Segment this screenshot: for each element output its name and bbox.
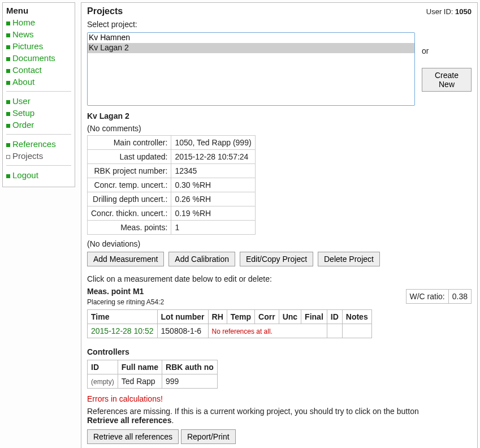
report-print-button[interactable]: Report/Print xyxy=(181,429,236,444)
errors-message: References are missing. If this is a cur… xyxy=(87,407,472,425)
bullet-icon xyxy=(6,81,10,85)
edit-copy-project-button[interactable]: Edit/Copy Project xyxy=(240,252,313,266)
meas-point-desc: Placering se ritning A54:2 xyxy=(87,298,164,306)
bullet-icon xyxy=(6,174,10,178)
sidebar-item-home[interactable]: Home xyxy=(6,18,71,27)
controllers-table: IDFull nameRBK auth no (empty) Ted Rapp … xyxy=(87,360,218,389)
ctrl-header-row: IDFull nameRBK auth no xyxy=(88,360,218,374)
no-references-text: No references at all. xyxy=(212,328,273,335)
sidebar-item-about[interactable]: About xyxy=(6,77,71,87)
table-row: 2015-12-28 10:52 150808-1-6 No reference… xyxy=(88,324,372,338)
meas-point-name: Meas. point M1 xyxy=(87,287,164,296)
ctrl-id: (empty) xyxy=(91,378,114,386)
delete-project-button[interactable]: Delete Project xyxy=(318,252,380,266)
bullet-icon xyxy=(6,143,10,147)
menu-group-d: Logout xyxy=(6,170,71,180)
sidebar-menu: Menu HomeNewsPicturesDocumentsContactAbo… xyxy=(2,2,75,187)
bullet-icon xyxy=(6,124,10,128)
sidebar-item-news[interactable]: News xyxy=(6,29,71,39)
sidebar-item-user[interactable]: User xyxy=(6,96,71,106)
sidebar-item-documents[interactable]: Documents xyxy=(6,53,71,63)
bullet-icon xyxy=(6,112,10,116)
add-measurement-button[interactable]: Add Measurement xyxy=(87,252,164,266)
errors-title: Errors in calculations! xyxy=(87,394,472,403)
menu-group-c: ReferencesProjects xyxy=(6,139,71,161)
create-new-button[interactable]: Create New xyxy=(422,68,472,92)
or-label: or xyxy=(422,46,429,55)
select-project-label: Select project: xyxy=(87,20,472,29)
sidebar-item-order[interactable]: Order xyxy=(6,120,71,130)
wc-ratio-value: 0.38 xyxy=(448,290,471,303)
bullet-icon xyxy=(6,57,10,61)
sidebar-item-projects[interactable]: Projects xyxy=(6,151,71,161)
bullet-icon xyxy=(6,100,10,104)
ctrl-name: Ted Rapp xyxy=(118,374,162,389)
ctrl-auth: 999 xyxy=(162,374,218,389)
no-comments: (No comments) xyxy=(87,124,472,133)
meas-time-link[interactable]: 2015-12-28 10:52 xyxy=(91,326,154,335)
meas-header-row: TimeLot numberRHTempCorrUncFinalIDNotes xyxy=(88,310,372,324)
wc-ratio-box: W/C ratio: 0.38 xyxy=(406,289,472,304)
meas-lot: 150808-1-6 xyxy=(157,324,208,338)
sidebar-item-references[interactable]: References xyxy=(6,139,71,149)
measurements-table: TimeLot numberRHTempCorrUncFinalIDNotes … xyxy=(87,309,372,338)
add-calibration-button[interactable]: Add Calibration xyxy=(168,252,235,266)
menu-group-b: UserSetupOrder xyxy=(6,96,71,130)
bullet-icon xyxy=(6,21,10,25)
sidebar-item-pictures[interactable]: Pictures xyxy=(6,41,71,51)
project-name: Kv Lagan 2 xyxy=(87,111,472,120)
sidebar-item-contact[interactable]: Contact xyxy=(6,65,71,75)
menu-group-a: HomeNewsPicturesDocumentsContactAbout xyxy=(6,18,71,87)
bullet-icon xyxy=(6,45,10,49)
page-title: Projects xyxy=(87,6,123,16)
user-id: User ID: 1050 xyxy=(426,7,472,16)
no-deviations: (No deviations) xyxy=(87,239,472,248)
controllers-title: Controllers xyxy=(87,347,472,356)
project-select[interactable]: Kv HamnenKv Lagan 2 xyxy=(87,32,415,106)
retrieve-references-button[interactable]: Retrieve all references xyxy=(87,429,179,444)
instruction-text: Click on a measurement date below to edi… xyxy=(87,274,472,283)
info-body: Main controller:1050, Ted Rapp (999)Last… xyxy=(88,136,256,235)
table-row: (empty) Ted Rapp 999 xyxy=(88,374,218,389)
project-info-table: Main controller:1050, Ted Rapp (999)Last… xyxy=(87,135,256,235)
bullet-icon xyxy=(6,33,10,37)
content-panel: Projects User ID: 1050 Select project: K… xyxy=(81,2,478,448)
wc-ratio-label: W/C ratio: xyxy=(407,290,448,303)
sidebar-item-logout[interactable]: Logout xyxy=(6,170,71,180)
sidebar-item-setup[interactable]: Setup xyxy=(6,108,71,118)
menu-title: Menu xyxy=(6,6,71,15)
bullet-icon xyxy=(6,69,10,73)
bullet-icon xyxy=(6,155,10,159)
